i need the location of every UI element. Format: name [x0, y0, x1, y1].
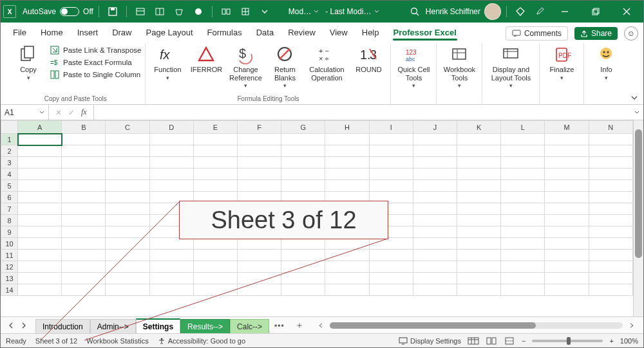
cell-H5[interactable]: [325, 180, 369, 192]
cell-N13[interactable]: [589, 273, 632, 284]
cell-K10[interactable]: [457, 238, 501, 250]
cell-J4[interactable]: [413, 169, 457, 180]
cell-L8[interactable]: [501, 215, 545, 226]
cell-M10[interactable]: [545, 238, 589, 250]
cell-C13[interactable]: [106, 273, 149, 284]
cell-M7[interactable]: [545, 203, 589, 215]
cell-C3[interactable]: [106, 157, 149, 169]
cell-L5[interactable]: [501, 180, 545, 192]
cell-C2[interactable]: [106, 145, 149, 157]
cell-L13[interactable]: [501, 273, 545, 284]
sheet-tab-settings[interactable]: Settings: [136, 318, 180, 334]
qat-more-icon[interactable]: [256, 3, 273, 20]
cell-G1[interactable]: [281, 134, 325, 145]
qat-icon-5[interactable]: [218, 3, 234, 20]
cell-I11[interactable]: [369, 250, 413, 261]
cell-N4[interactable]: [589, 169, 632, 180]
info-button[interactable]: Info▾: [588, 43, 624, 81]
cell-F3[interactable]: [238, 157, 281, 169]
cell-M12[interactable]: [545, 261, 589, 273]
cell-D13[interactable]: [149, 273, 193, 284]
cell-K13[interactable]: [457, 273, 501, 284]
cell-F13[interactable]: [238, 273, 281, 284]
zoom-value[interactable]: 100%: [620, 337, 638, 345]
scrollbar-thumb[interactable]: [330, 322, 536, 329]
cell-K8[interactable]: [457, 215, 501, 226]
cell-M11[interactable]: [545, 250, 589, 261]
change-reference-button[interactable]: $ Change Reference▾: [227, 43, 264, 89]
cell-I14[interactable]: [369, 284, 413, 296]
cell-A2[interactable]: [18, 145, 62, 157]
row-header-8[interactable]: 8: [1, 215, 18, 226]
status-display-settings[interactable]: Display Settings: [399, 337, 461, 345]
tab-file[interactable]: File: [6, 24, 33, 41]
row-header-2[interactable]: 2: [1, 145, 18, 157]
cancel-icon[interactable]: ✕: [55, 108, 62, 117]
function-button[interactable]: fx Function▾: [149, 43, 185, 81]
sheet-tab-results[interactable]: Results-->: [180, 319, 230, 334]
col-header-A[interactable]: A: [18, 121, 62, 134]
cell-G13[interactable]: [281, 273, 325, 284]
cell-A10[interactable]: [18, 238, 62, 250]
finalize-button[interactable]: PDF Finalize▾: [544, 43, 580, 81]
cell-J2[interactable]: [413, 145, 457, 157]
col-header-E[interactable]: E: [193, 121, 237, 134]
cell-B11[interactable]: [62, 250, 106, 261]
cell-M3[interactable]: [545, 157, 589, 169]
cell-L6[interactable]: [501, 192, 545, 203]
tab-insert[interactable]: Insert: [70, 24, 106, 41]
col-header-N[interactable]: N: [589, 121, 632, 134]
cell-N6[interactable]: [589, 192, 632, 203]
view-page-layout-icon[interactable]: [486, 337, 497, 345]
col-header-G[interactable]: G: [281, 121, 325, 134]
row-header-3[interactable]: 3: [1, 157, 18, 169]
cell-J13[interactable]: [413, 273, 457, 284]
cell-N2[interactable]: [589, 145, 632, 157]
sheet-tabs-more[interactable]: •••: [269, 321, 290, 330]
cell-G12[interactable]: [281, 261, 325, 273]
cell-F5[interactable]: [238, 180, 281, 192]
cell-L12[interactable]: [501, 261, 545, 273]
cell-E11[interactable]: [193, 250, 237, 261]
window-minimize[interactable]: [551, 1, 579, 22]
window-restore[interactable]: [582, 1, 610, 22]
window-close[interactable]: [612, 1, 641, 22]
cell-E12[interactable]: [193, 261, 237, 273]
cell-G11[interactable]: [281, 250, 325, 261]
sheet-tab-introduction[interactable]: Introduction: [35, 319, 90, 334]
cell-F10[interactable]: [238, 238, 281, 250]
row-header-12[interactable]: 12: [1, 261, 18, 273]
cell-M14[interactable]: [545, 284, 589, 296]
cell-D3[interactable]: [149, 157, 193, 169]
cell-D11[interactable]: [149, 250, 193, 261]
cell-J8[interactable]: [413, 215, 457, 226]
tab-review[interactable]: Review: [281, 24, 323, 41]
cell-H3[interactable]: [325, 157, 369, 169]
status-workbook-statistics[interactable]: Workbook Statistics: [86, 337, 148, 345]
cell-K5[interactable]: [457, 180, 501, 192]
cell-C1[interactable]: [106, 134, 149, 145]
search-icon[interactable]: [406, 3, 423, 20]
ribbon-collapse-icon[interactable]: [630, 94, 638, 102]
cell-E13[interactable]: [193, 273, 237, 284]
cell-L11[interactable]: [501, 250, 545, 261]
autosave-toggle[interactable]: [60, 7, 79, 16]
cell-A1[interactable]: [18, 134, 62, 145]
view-page-break-icon[interactable]: [504, 337, 515, 345]
share-button[interactable]: Share: [574, 27, 618, 40]
calculation-operation-button[interactable]: + −× ÷ Calculation Operation: [305, 43, 348, 82]
cell-N3[interactable]: [589, 157, 632, 169]
paste-link-transpose-button[interactable]: Paste Link & Transpose: [50, 45, 141, 55]
cell-A14[interactable]: [18, 284, 62, 296]
cell-K4[interactable]: [457, 169, 501, 180]
col-header-B[interactable]: B: [62, 121, 106, 134]
cell-B8[interactable]: [62, 215, 106, 226]
cell-E3[interactable]: [193, 157, 237, 169]
display-layout-tools-button[interactable]: Display and Layout Tools▾: [486, 43, 535, 89]
col-header-I[interactable]: I: [369, 121, 413, 134]
col-header-D[interactable]: D: [149, 121, 193, 134]
tab-data[interactable]: Data: [249, 24, 281, 41]
cell-A7[interactable]: [18, 203, 62, 215]
cell-M4[interactable]: [545, 169, 589, 180]
tab-page-layout[interactable]: Page Layout: [139, 24, 200, 41]
